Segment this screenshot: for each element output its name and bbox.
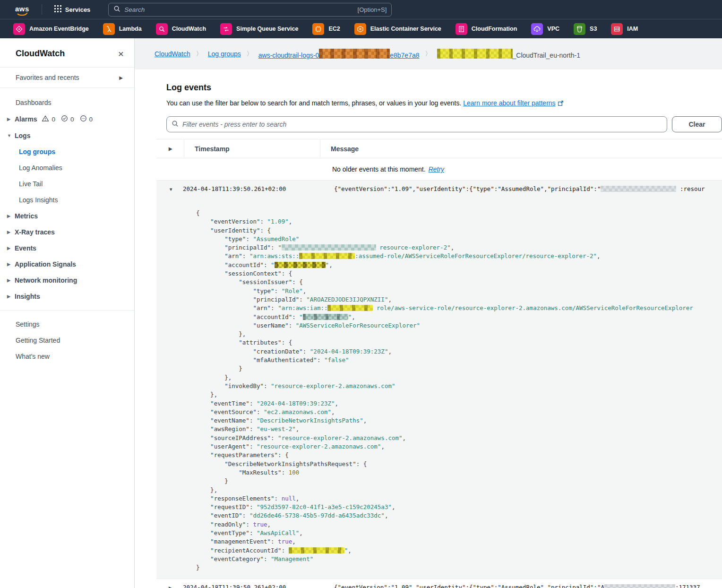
sidebar-item-metrics[interactable]: ▶Metrics <box>0 208 134 224</box>
json-token: , <box>329 261 333 268</box>
sidebar-item-logs[interactable]: ▼Logs <box>0 128 134 144</box>
json-token: "sessionIssuer" <box>239 278 292 285</box>
json-token: : <box>246 521 253 528</box>
breadcrumb: CloudWatch〉Log groups〉aws-cloudtrail-log… <box>135 38 722 69</box>
sidebar-item-what-s-new[interactable]: What's new <box>0 348 134 364</box>
json-token: , <box>292 538 296 545</box>
favorites-bar-item-label: CloudFormation <box>472 26 517 32</box>
json-token: "invokedBy" <box>224 382 264 389</box>
json-token: : <box>264 382 271 389</box>
sidebar-item-label: Live Tail <box>19 180 43 188</box>
alarm-count: 0 <box>89 116 93 123</box>
json-token: "requestParameters" <box>210 451 278 458</box>
clear-button[interactable]: Clear <box>672 116 722 132</box>
json-line: "eventTime": "2024-04-18T09:39:23Z", <box>196 399 722 408</box>
json-line: "type": "AssumedRole" <box>196 235 722 243</box>
breadcrumb-item[interactable]: aws-cloudtrail-logs-0e8b7e7a8 <box>258 49 420 59</box>
chevron-right-icon[interactable]: ▶ <box>7 278 15 283</box>
json-token: : <box>275 495 282 502</box>
json-token: "AROAZEDJODE3IJQPXNZII" <box>306 296 388 303</box>
redacted-text <box>275 262 326 268</box>
favorites-bar-item-lambda[interactable]: Lambda <box>103 23 142 35</box>
sidebar-item-label: Insights <box>15 293 40 300</box>
chevron-right-icon[interactable]: ▶ <box>7 214 15 218</box>
json-token: , <box>363 417 367 424</box>
chevron-right-icon[interactable]: ▶ <box>7 262 15 267</box>
sidebar-item-settings[interactable]: Settings <box>0 316 134 332</box>
json-token: true <box>278 538 292 545</box>
favorites-bar-item-ec2[interactable]: EC2 <box>312 23 340 35</box>
sidebar-item-events[interactable]: ▶Events <box>0 240 134 256</box>
alarm-in-alarm-icon <box>42 115 49 123</box>
json-token: : { <box>278 451 289 458</box>
favorites-bar-item-amazon-eventbridge[interactable]: Amazon EventBridge <box>13 23 89 35</box>
json-token: "eventName" <box>210 417 249 424</box>
services-menu-button[interactable]: Services <box>50 2 95 17</box>
json-token: : <box>249 529 257 536</box>
favorites-bar-item-s3[interactable]: S3 <box>574 23 597 35</box>
json-token: } <box>224 477 228 484</box>
chevron-right-icon[interactable]: ▶ <box>7 246 15 251</box>
retry-link[interactable]: Retry <box>429 165 444 173</box>
json-line: "sessionIssuer": { <box>196 278 722 286</box>
sidebar-item-log-groups[interactable]: Log groups <box>0 144 134 160</box>
breadcrumb-item[interactable]: CloudWatch <box>155 50 190 58</box>
sidebar-item-network-monitoring[interactable]: ▶Network monitoring <box>0 272 134 288</box>
json-token: : <box>249 417 257 424</box>
json-line: { <box>196 209 722 217</box>
chevron-right-icon[interactable]: ▶ <box>7 117 15 121</box>
sidebar-item-log-anomalies[interactable]: Log Anomalies <box>0 160 134 176</box>
sidebar-item-live-tail[interactable]: Live Tail <box>0 176 134 192</box>
redacted-text <box>327 305 373 311</box>
json-token: , <box>451 244 455 251</box>
sidebar-close-icon[interactable]: × <box>118 51 124 57</box>
filter-events-field[interactable] <box>166 116 667 132</box>
json-token: , <box>267 521 271 528</box>
expand-all-icon[interactable]: ▶ <box>169 146 172 151</box>
sidebar-item-insights[interactable]: ▶Insights <box>0 288 134 304</box>
log-events-table: ▶ Timestamp Message No older events at t… <box>156 139 722 588</box>
sidebar-item-x-ray-traces[interactable]: ▶X-Ray traces <box>0 224 134 240</box>
json-token: "952d3597-82c0-41f1-a3e5-c159c20245a3" <box>257 503 392 510</box>
favorites-bar-item-vpc[interactable]: VPC <box>531 23 559 35</box>
json-line: "requestParameters": { <box>196 451 722 459</box>
global-search-box[interactable]: [Option+S] <box>108 3 392 17</box>
sidebar-item-alarms[interactable]: ▶Alarms000 <box>0 111 134 128</box>
global-search-input[interactable] <box>124 6 357 13</box>
favorites-bar-item-simple-queue-service[interactable]: Simple Queue Service <box>220 23 298 35</box>
chevron-right-icon[interactable]: ▶ <box>7 230 15 234</box>
favorites-bar-item-elastic-container-service[interactable]: Elastic Container Service <box>354 23 441 35</box>
sidebar-item-logs-insights[interactable]: Logs Insights <box>0 192 134 208</box>
sidebar-item-label: Getting Started <box>16 337 60 344</box>
filter-events-input[interactable] <box>182 121 662 128</box>
text-fragment: Log groups <box>208 50 241 58</box>
json-token: , <box>352 313 355 320</box>
json-token: 100 <box>289 469 300 476</box>
json-token: "resource-explorer-2.amazonaws.com" <box>271 382 395 389</box>
sidebar-item-label: Dashboards <box>16 99 52 106</box>
sidebar-item-application-signals[interactable]: ▶Application Signals <box>0 256 134 272</box>
learn-more-link[interactable]: Learn more about filter patterns <box>463 99 555 107</box>
redacted-text <box>604 584 675 588</box>
json-token: "managementEvent" <box>210 538 271 545</box>
favorites-recents-label: Favorites and recents <box>16 74 79 81</box>
json-token: "eu-west-2" <box>257 425 296 432</box>
collapse-row-icon[interactable]: ▼ <box>169 187 173 192</box>
sidebar-item-label: Log Anomalies <box>19 164 62 172</box>
favorites-bar-item-cloudwatch[interactable]: CloudWatch <box>156 23 206 35</box>
breadcrumb-item[interactable]: Log groups <box>208 50 241 58</box>
json-line: }, <box>196 486 722 494</box>
sidebar-item-dashboards[interactable]: Dashboards <box>0 95 134 111</box>
json-token: , <box>303 287 307 294</box>
expand-row-icon[interactable]: ▶ <box>169 585 172 588</box>
sidebar-item-favorites-and-recents[interactable]: Favorites and recents ▶ <box>0 67 134 88</box>
aws-logo[interactable]: aws <box>15 5 29 13</box>
json-token: : <box>249 503 257 510</box>
chevron-right-icon[interactable]: ▶ <box>7 294 15 299</box>
favorites-bar-item-iam[interactable]: IAM <box>611 23 638 35</box>
json-token: "awsRegion" <box>210 425 249 432</box>
chevron-down-icon[interactable]: ▼ <box>7 133 15 138</box>
favorites-bar-item-cloudformation[interactable]: CloudFormation <box>456 23 517 35</box>
sidebar-item-getting-started[interactable]: Getting Started <box>0 332 134 348</box>
json-token: "eventTime" <box>210 400 249 407</box>
